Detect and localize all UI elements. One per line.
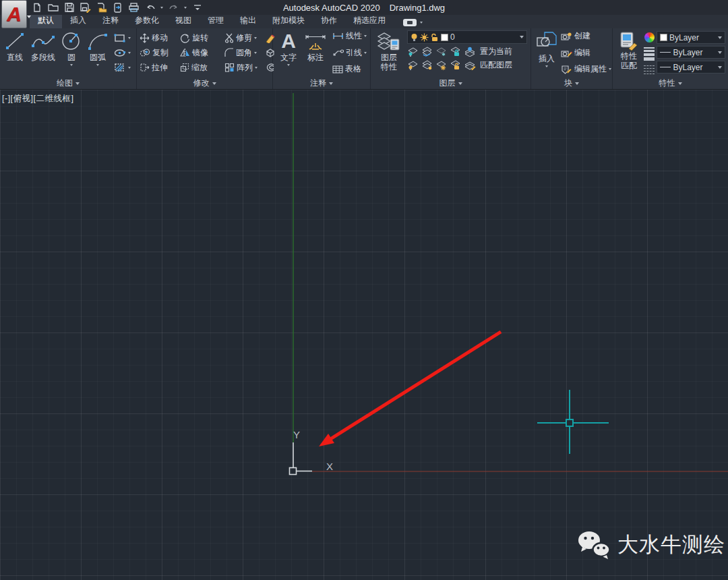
save-to-mobile-icon[interactable] [112, 2, 123, 13]
rectangle-button[interactable] [114, 32, 131, 44]
open-from-web-icon[interactable] [96, 2, 107, 13]
array-button[interactable]: 阵列 [224, 62, 265, 74]
document-title: Drawing1.dwg [390, 3, 445, 13]
rotate-button[interactable]: 旋转 [180, 32, 224, 44]
customize-qat-icon[interactable] [191, 2, 203, 13]
edit-attributes-dropdown-icon[interactable] [609, 68, 611, 70]
tab-parametric[interactable]: 参数化 [127, 13, 167, 28]
arc-dropdown-icon[interactable] [96, 64, 99, 66]
panel-annotate-footer[interactable]: 注释 [273, 78, 370, 89]
hatch-dropdown-icon[interactable] [128, 67, 131, 69]
linetype-select[interactable]: ByLayer [657, 61, 725, 74]
edit-attributes-button[interactable]: 编辑属性 [561, 63, 611, 75]
layer-on-all-icon[interactable] [421, 60, 433, 70]
redo-icon[interactable] [168, 2, 179, 13]
text-dropdown-icon[interactable] [287, 64, 290, 66]
match-layer-label[interactable]: 匹配图层 [480, 59, 512, 71]
red-annotation-arrow [319, 332, 501, 446]
insert-dropdown-icon[interactable] [545, 65, 548, 67]
tab-manage[interactable]: 管理 [200, 13, 232, 28]
mirror-button[interactable]: 镜像 [180, 47, 224, 59]
object-color-select[interactable]: ByLayer [657, 31, 725, 44]
fillet-icon [224, 48, 234, 57]
fillet-dropdown-icon[interactable] [254, 52, 257, 54]
open-folder-icon[interactable] [47, 2, 59, 13]
dimension-button[interactable]: 标注 [301, 30, 330, 78]
panel-properties-expand-icon [678, 82, 682, 85]
fillet-button[interactable]: 圆角 [224, 47, 265, 59]
line-button[interactable]: 直线 [3, 30, 27, 64]
tab-insert[interactable]: 插入 [62, 13, 94, 28]
layer-match-icon[interactable] [464, 60, 476, 70]
print-icon[interactable] [128, 2, 140, 13]
copy-button[interactable]: 复制 [140, 47, 180, 59]
trim-button[interactable]: 修剪 [224, 32, 265, 44]
tab-output[interactable]: 输出 [232, 13, 264, 28]
object-color-caret-icon [718, 36, 722, 39]
circle-dropdown-icon[interactable] [70, 64, 73, 66]
drawing-canvas[interactable]: [-][俯视][二维线框] Y X [0, 90, 728, 580]
polyline-button[interactable]: 多段线 [28, 30, 58, 64]
arc-button[interactable]: 圆弧 [85, 30, 111, 67]
linear-dropdown-icon[interactable] [364, 35, 367, 37]
save-icon[interactable] [63, 2, 75, 13]
layer-unlock-icon [431, 33, 439, 42]
stretch-button[interactable]: 拉伸 [140, 62, 180, 74]
lineweight-select[interactable]: ByLayer [657, 46, 725, 59]
panel-layers-footer[interactable]: 图层 [371, 78, 530, 89]
tab-featured-apps[interactable]: 精选应用 [345, 13, 394, 28]
panel-draw-footer[interactable]: 绘图 [0, 78, 136, 89]
ellipse-dropdown-icon[interactable] [128, 52, 131, 54]
trim-dropdown-icon[interactable] [254, 37, 257, 39]
application-menu-button[interactable]: A [1, 0, 27, 28]
layer-select[interactable]: 0 [407, 30, 527, 44]
layer-unlock-all-icon[interactable] [450, 60, 461, 70]
tab-home[interactable]: 默认 [30, 13, 62, 28]
table-button[interactable]: 表格 [332, 63, 367, 75]
save-as-icon[interactable] [80, 2, 91, 13]
panel-modify-footer[interactable]: 修改 [137, 78, 272, 89]
layer-freeze-icon[interactable] [435, 47, 447, 57]
leader-button[interactable]: 引线 [332, 47, 367, 59]
scale-button[interactable]: 缩放 [180, 62, 224, 74]
set-current-layer-icon[interactable] [464, 47, 476, 57]
layer-properties-button[interactable]: 图层特性 [373, 30, 404, 78]
title-bar: Autodesk AutoCAD 2020 Drawing1.dwg [0, 0, 728, 15]
connect-icon[interactable] [403, 19, 417, 26]
panel-properties-footer[interactable]: 特性 [613, 78, 728, 89]
move-button[interactable]: 移动 [140, 32, 180, 44]
circle-button[interactable]: 圆 [59, 30, 84, 67]
array-dropdown-icon[interactable] [255, 67, 257, 69]
set-current-label[interactable]: 置为当前 [480, 46, 512, 57]
circle-icon [61, 31, 82, 51]
match-properties-button[interactable]: 特性匹配 [615, 30, 642, 78]
leader-dropdown-icon[interactable] [364, 52, 367, 54]
layer-off-icon[interactable] [407, 60, 419, 70]
layer-thaw-all-icon[interactable] [435, 60, 447, 70]
tab-view[interactable]: 视图 [167, 13, 200, 28]
undo-icon[interactable] [144, 2, 156, 13]
ellipse-button[interactable] [114, 47, 131, 59]
tab-collaborate[interactable]: 协作 [313, 13, 345, 28]
redo-dropdown-icon[interactable] [184, 7, 187, 9]
ellipse-icon [114, 49, 126, 57]
hatch-button[interactable] [114, 61, 131, 74]
rectangle-dropdown-icon[interactable] [128, 37, 131, 39]
layer-isolate-icon[interactable] [407, 47, 419, 57]
new-file-icon[interactable] [31, 2, 42, 13]
layer-unisolate-icon[interactable] [421, 47, 433, 57]
tab-addins[interactable]: 附加模块 [264, 13, 313, 28]
quick-access-toolbar [31, 2, 203, 13]
lineweight-icon [644, 47, 655, 61]
panel-block-footer[interactable]: 块 [531, 78, 612, 89]
tab-annotate[interactable]: 注释 [94, 13, 127, 28]
edit-block-button[interactable]: 编辑 [561, 47, 611, 59]
linear-dimension-button[interactable]: 线性 [332, 30, 367, 42]
create-block-button[interactable]: 创建 [561, 30, 611, 42]
layer-lock-icon[interactable] [450, 47, 461, 57]
insert-block-button[interactable]: 插入 [534, 30, 559, 78]
ribbon-options-caret-icon[interactable] [420, 22, 423, 24]
undo-dropdown-icon[interactable] [160, 7, 163, 9]
text-button[interactable]: A 文字 [276, 30, 301, 78]
table-icon [332, 65, 343, 74]
